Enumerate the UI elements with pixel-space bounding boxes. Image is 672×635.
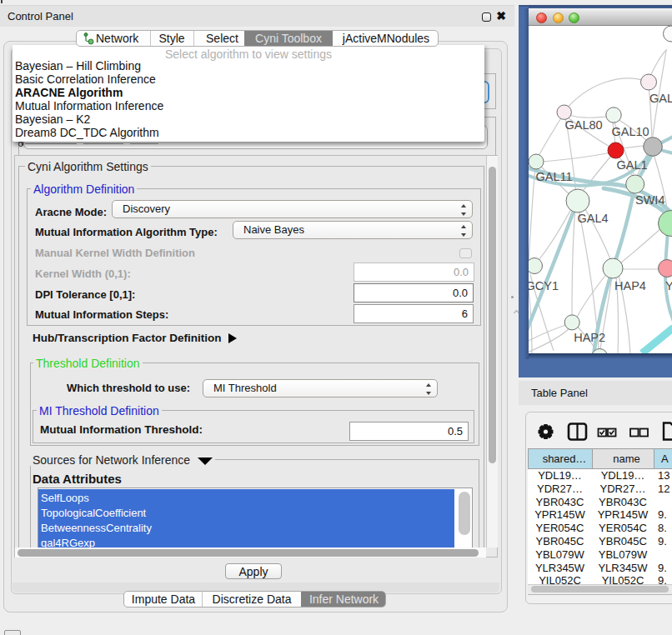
- svg-text:HAP2: HAP2: [574, 331, 605, 344]
- svg-text:Y: Y: [665, 279, 672, 292]
- svg-text:GAL: GAL: [649, 92, 672, 105]
- svg-text:GAL1: GAL1: [617, 158, 648, 172]
- svg-text:SWI4: SWI4: [635, 193, 664, 207]
- svg-text:GCY1: GCY1: [529, 279, 559, 292]
- svg-text:GAL80: GAL80: [565, 118, 603, 132]
- svg-text:GAL4: GAL4: [578, 212, 609, 225]
- svg-text:GAL10: GAL10: [612, 125, 649, 138]
- svg-text:HAP4: HAP4: [614, 279, 646, 292]
- svg-text:GAL11: GAL11: [536, 170, 573, 183]
